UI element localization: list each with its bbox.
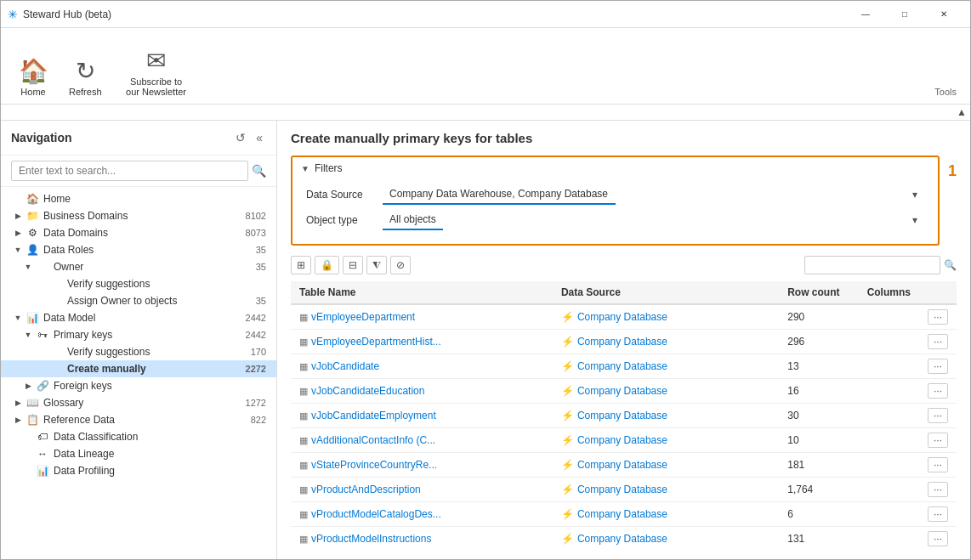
- sidebar-item-foreign-keys[interactable]: ▶ 🔗 Foreign keys: [1, 377, 276, 394]
- cell-rowcount: 6: [779, 502, 858, 527]
- row-actions-button[interactable]: ···: [928, 334, 948, 349]
- sidebar-item-verify-suggestions[interactable]: Verify suggestions: [1, 275, 276, 292]
- cell-data-source: ⚡Company Database: [553, 304, 779, 330]
- row-actions-button[interactable]: ···: [928, 383, 948, 399]
- sidebar-item-owner[interactable]: ▼ Owner 35: [1, 258, 276, 275]
- search-input[interactable]: [11, 161, 248, 181]
- filter-button[interactable]: ⧨: [366, 256, 387, 274]
- filters-header[interactable]: ▼ Filters: [292, 157, 938, 179]
- source-link[interactable]: Company Database: [577, 385, 667, 397]
- sidebar-item-reference-data[interactable]: ▶ 📋 Reference Data 822: [1, 411, 276, 428]
- source-link[interactable]: Company Database: [577, 336, 667, 348]
- sidebar-item-data-classification[interactable]: 🏷 Data Classification: [1, 428, 276, 445]
- lock-button[interactable]: 🔒: [315, 256, 339, 274]
- maximize-button[interactable]: □: [885, 1, 924, 28]
- close-button[interactable]: ✕: [924, 1, 963, 28]
- cell-action: ···: [919, 527, 957, 550]
- badge-create-manually: 2272: [246, 364, 266, 374]
- table-name-link[interactable]: vAdditionalContactInfo (C...: [311, 434, 435, 446]
- data-source-filter-row: Data Source Company Data Warehouse, Comp…: [306, 184, 924, 205]
- sidebar-item-data-model[interactable]: ▼ 📊 Data Model 2442: [1, 309, 276, 326]
- sidebar-item-data-roles[interactable]: ▼ 👤 Data Roles 35: [1, 241, 276, 258]
- minimize-button[interactable]: —: [846, 1, 885, 28]
- ribbon-collapse-bar: ▲: [1, 105, 970, 121]
- sidebar-item-home[interactable]: 🏠 Home: [1, 190, 276, 207]
- tree-navigation: 🏠 Home ▶ 📁 Business Domains 8102 ▶ ⚙ Dat…: [1, 187, 276, 559]
- cell-rowcount: 13: [779, 354, 858, 379]
- row-actions-button[interactable]: ···: [928, 506, 948, 522]
- source-link[interactable]: Company Database: [577, 459, 667, 471]
- cell-action: ···: [919, 404, 957, 428]
- table-search-input[interactable]: [804, 256, 940, 274]
- col-header-rowcount: Row count: [779, 281, 858, 304]
- main-layout: Navigation ↺ « 🔍 🏠 Home ▶: [1, 121, 970, 559]
- table-name-link[interactable]: vEmployeeDepartment: [311, 311, 415, 323]
- toolbar: 🏠 Home ↻ Refresh ✉ Subscribe to our News…: [1, 28, 970, 105]
- table-name-link[interactable]: vProductAndDescription: [311, 484, 421, 495]
- label-reference-data: Reference Data: [43, 414, 251, 426]
- sidebar-item-data-lineage[interactable]: ↔ Data Lineage: [1, 445, 276, 462]
- sidebar-item-verify-pk[interactable]: Verify suggestions 170: [1, 343, 276, 360]
- cell-action: ···: [919, 502, 957, 527]
- refresh-toolbar-item[interactable]: ↻ Refresh: [59, 54, 112, 100]
- table-row: ▦vEmployeeDepartment⚡Company Database290…: [291, 304, 957, 330]
- sidebar-collapse-button[interactable]: «: [253, 129, 266, 146]
- newsletter-toolbar-item[interactable]: ✉ Subscribe to our Newsletter: [112, 43, 201, 100]
- table-name-link[interactable]: vProductModelCatalogDes...: [311, 508, 441, 520]
- cell-rowcount: 1,764: [779, 478, 858, 502]
- columns-button[interactable]: ⊟: [343, 256, 363, 274]
- data-source-select[interactable]: Company Data Warehouse, Company Database: [383, 184, 616, 205]
- cell-columns: [859, 354, 919, 379]
- badge-verify-pk: 170: [251, 347, 266, 357]
- table-name-link[interactable]: vStateProvinceCountryRe...: [311, 459, 437, 471]
- sidebar-item-assign-owner[interactable]: Assign Owner to objects 35: [1, 292, 276, 309]
- filters-toggle-icon: ▼: [301, 164, 309, 173]
- table-name-link[interactable]: vJobCandidateEducation: [311, 385, 424, 397]
- data-source-label: Data Source: [306, 189, 383, 201]
- row-actions-button[interactable]: ···: [928, 482, 948, 497]
- source-link[interactable]: Company Database: [577, 434, 667, 446]
- table-name-link[interactable]: vJobCandidateEmployment: [311, 410, 436, 421]
- label-data-model: Data Model: [43, 312, 246, 324]
- sidebar-item-data-domains[interactable]: ▶ ⚙ Data Domains 8073: [1, 224, 276, 241]
- cell-rowcount: 10: [779, 428, 858, 453]
- object-type-select[interactable]: All objects: [383, 210, 443, 230]
- cell-table-name: ▦vEmployeeDepartmentHist...: [291, 330, 553, 354]
- source-link[interactable]: Company Database: [577, 311, 667, 323]
- sidebar-refresh-button[interactable]: ↺: [232, 129, 249, 146]
- source-link[interactable]: Company Database: [577, 508, 667, 520]
- table-name-link[interactable]: vJobCandidate: [311, 360, 379, 372]
- search-icon: 🔍: [252, 164, 266, 178]
- sidebar-item-primary-keys[interactable]: ▼ 🗝 Primary keys 2442: [1, 326, 276, 343]
- cell-columns: [859, 478, 919, 502]
- label-owner: Owner: [54, 261, 256, 273]
- row-actions-button[interactable]: ···: [928, 457, 948, 472]
- sidebar-item-glossary[interactable]: ▶ 📖 Glossary 1272: [1, 394, 276, 411]
- sidebar-item-business-domains[interactable]: ▶ 📁 Business Domains 8102: [1, 207, 276, 224]
- page-title: Create manually primary keys for tables: [291, 131, 957, 145]
- clear-filter-button[interactable]: ⊘: [390, 256, 411, 274]
- sidebar-item-data-profiling[interactable]: 📊 Data Profiling: [1, 462, 276, 479]
- row-actions-button[interactable]: ···: [928, 359, 948, 374]
- source-link[interactable]: Company Database: [577, 410, 667, 421]
- cell-data-source: ⚡Company Database: [553, 502, 779, 527]
- badge-data-model: 2442: [246, 313, 266, 323]
- sidebar-item-create-manually[interactable]: Create manually 2272: [1, 360, 276, 377]
- table-name-link[interactable]: vEmployeeDepartmentHist...: [311, 336, 441, 348]
- source-link[interactable]: Company Database: [577, 360, 667, 372]
- source-link[interactable]: Company Database: [577, 484, 667, 495]
- table-name-link[interactable]: vProductModelInstructions: [311, 533, 431, 545]
- grid-view-button[interactable]: ⊞: [291, 256, 311, 274]
- cell-columns: [859, 428, 919, 453]
- sidebar-controls: ↺ «: [232, 129, 266, 146]
- row-actions-button[interactable]: ···: [928, 531, 948, 546]
- primary-keys-icon: 🗝: [35, 329, 50, 341]
- row-actions-button[interactable]: ···: [928, 433, 948, 448]
- home-toolbar-item[interactable]: 🏠 Home: [8, 54, 59, 100]
- row-actions-button[interactable]: ···: [928, 309, 948, 325]
- source-link[interactable]: Company Database: [577, 533, 667, 545]
- cell-data-source: ⚡Company Database: [553, 527, 779, 550]
- ribbon-collapse-button[interactable]: ▲: [957, 106, 967, 118]
- label-glossary: Glossary: [43, 397, 246, 409]
- row-actions-button[interactable]: ···: [928, 408, 948, 423]
